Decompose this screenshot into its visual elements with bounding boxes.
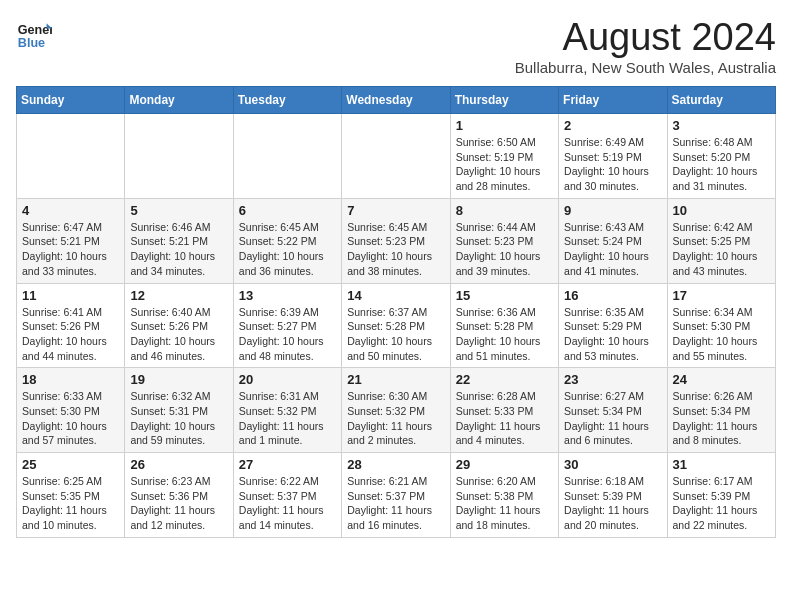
day-info: Sunrise: 6:23 AM Sunset: 5:36 PM Dayligh…: [130, 474, 227, 533]
calendar-cell: 17Sunrise: 6:34 AM Sunset: 5:30 PM Dayli…: [667, 283, 775, 368]
calendar-cell: 14Sunrise: 6:37 AM Sunset: 5:28 PM Dayli…: [342, 283, 450, 368]
week-row-1: 1Sunrise: 6:50 AM Sunset: 5:19 PM Daylig…: [17, 114, 776, 199]
week-row-3: 11Sunrise: 6:41 AM Sunset: 5:26 PM Dayli…: [17, 283, 776, 368]
weekday-header-sunday: Sunday: [17, 87, 125, 114]
day-number: 12: [130, 288, 227, 303]
weekday-header-row: SundayMondayTuesdayWednesdayThursdayFrid…: [17, 87, 776, 114]
day-number: 29: [456, 457, 553, 472]
calendar-cell: 28Sunrise: 6:21 AM Sunset: 5:37 PM Dayli…: [342, 453, 450, 538]
day-number: 16: [564, 288, 661, 303]
day-number: 2: [564, 118, 661, 133]
calendar-cell: 1Sunrise: 6:50 AM Sunset: 5:19 PM Daylig…: [450, 114, 558, 199]
calendar-subtitle: Bullaburra, New South Wales, Australia: [515, 59, 776, 76]
day-number: 26: [130, 457, 227, 472]
day-number: 20: [239, 372, 336, 387]
day-number: 28: [347, 457, 444, 472]
day-info: Sunrise: 6:20 AM Sunset: 5:38 PM Dayligh…: [456, 474, 553, 533]
day-info: Sunrise: 6:35 AM Sunset: 5:29 PM Dayligh…: [564, 305, 661, 364]
day-info: Sunrise: 6:26 AM Sunset: 5:34 PM Dayligh…: [673, 389, 770, 448]
weekday-header-friday: Friday: [559, 87, 667, 114]
calendar-cell: 7Sunrise: 6:45 AM Sunset: 5:23 PM Daylig…: [342, 198, 450, 283]
calendar-cell: 21Sunrise: 6:30 AM Sunset: 5:32 PM Dayli…: [342, 368, 450, 453]
day-info: Sunrise: 6:48 AM Sunset: 5:20 PM Dayligh…: [673, 135, 770, 194]
weekday-header-tuesday: Tuesday: [233, 87, 341, 114]
day-info: Sunrise: 6:18 AM Sunset: 5:39 PM Dayligh…: [564, 474, 661, 533]
logo: General Blue: [16, 16, 52, 52]
day-number: 8: [456, 203, 553, 218]
day-info: Sunrise: 6:41 AM Sunset: 5:26 PM Dayligh…: [22, 305, 119, 364]
day-info: Sunrise: 6:39 AM Sunset: 5:27 PM Dayligh…: [239, 305, 336, 364]
day-info: Sunrise: 6:44 AM Sunset: 5:23 PM Dayligh…: [456, 220, 553, 279]
calendar-cell: 9Sunrise: 6:43 AM Sunset: 5:24 PM Daylig…: [559, 198, 667, 283]
calendar-cell: 5Sunrise: 6:46 AM Sunset: 5:21 PM Daylig…: [125, 198, 233, 283]
day-info: Sunrise: 6:33 AM Sunset: 5:30 PM Dayligh…: [22, 389, 119, 448]
calendar-cell: [342, 114, 450, 199]
day-info: Sunrise: 6:17 AM Sunset: 5:39 PM Dayligh…: [673, 474, 770, 533]
week-row-2: 4Sunrise: 6:47 AM Sunset: 5:21 PM Daylig…: [17, 198, 776, 283]
calendar-cell: 8Sunrise: 6:44 AM Sunset: 5:23 PM Daylig…: [450, 198, 558, 283]
day-number: 10: [673, 203, 770, 218]
day-number: 18: [22, 372, 119, 387]
calendar-cell: 19Sunrise: 6:32 AM Sunset: 5:31 PM Dayli…: [125, 368, 233, 453]
calendar-cell: 31Sunrise: 6:17 AM Sunset: 5:39 PM Dayli…: [667, 453, 775, 538]
day-number: 7: [347, 203, 444, 218]
day-info: Sunrise: 6:43 AM Sunset: 5:24 PM Dayligh…: [564, 220, 661, 279]
day-number: 4: [22, 203, 119, 218]
calendar-cell: [17, 114, 125, 199]
day-info: Sunrise: 6:40 AM Sunset: 5:26 PM Dayligh…: [130, 305, 227, 364]
day-number: 6: [239, 203, 336, 218]
day-info: Sunrise: 6:45 AM Sunset: 5:23 PM Dayligh…: [347, 220, 444, 279]
day-info: Sunrise: 6:28 AM Sunset: 5:33 PM Dayligh…: [456, 389, 553, 448]
calendar-cell: 13Sunrise: 6:39 AM Sunset: 5:27 PM Dayli…: [233, 283, 341, 368]
calendar-cell: 12Sunrise: 6:40 AM Sunset: 5:26 PM Dayli…: [125, 283, 233, 368]
day-info: Sunrise: 6:36 AM Sunset: 5:28 PM Dayligh…: [456, 305, 553, 364]
calendar-cell: 29Sunrise: 6:20 AM Sunset: 5:38 PM Dayli…: [450, 453, 558, 538]
day-number: 25: [22, 457, 119, 472]
calendar-cell: [125, 114, 233, 199]
week-row-4: 18Sunrise: 6:33 AM Sunset: 5:30 PM Dayli…: [17, 368, 776, 453]
calendar-cell: 23Sunrise: 6:27 AM Sunset: 5:34 PM Dayli…: [559, 368, 667, 453]
day-info: Sunrise: 6:45 AM Sunset: 5:22 PM Dayligh…: [239, 220, 336, 279]
calendar-cell: 10Sunrise: 6:42 AM Sunset: 5:25 PM Dayli…: [667, 198, 775, 283]
day-info: Sunrise: 6:34 AM Sunset: 5:30 PM Dayligh…: [673, 305, 770, 364]
day-number: 21: [347, 372, 444, 387]
day-info: Sunrise: 6:22 AM Sunset: 5:37 PM Dayligh…: [239, 474, 336, 533]
svg-text:Blue: Blue: [18, 36, 45, 50]
calendar-cell: 11Sunrise: 6:41 AM Sunset: 5:26 PM Dayli…: [17, 283, 125, 368]
calendar-cell: 18Sunrise: 6:33 AM Sunset: 5:30 PM Dayli…: [17, 368, 125, 453]
weekday-header-monday: Monday: [125, 87, 233, 114]
weekday-header-wednesday: Wednesday: [342, 87, 450, 114]
calendar-cell: 16Sunrise: 6:35 AM Sunset: 5:29 PM Dayli…: [559, 283, 667, 368]
day-info: Sunrise: 6:25 AM Sunset: 5:35 PM Dayligh…: [22, 474, 119, 533]
day-info: Sunrise: 6:46 AM Sunset: 5:21 PM Dayligh…: [130, 220, 227, 279]
day-number: 5: [130, 203, 227, 218]
calendar-cell: 3Sunrise: 6:48 AM Sunset: 5:20 PM Daylig…: [667, 114, 775, 199]
day-info: Sunrise: 6:32 AM Sunset: 5:31 PM Dayligh…: [130, 389, 227, 448]
calendar-cell: 24Sunrise: 6:26 AM Sunset: 5:34 PM Dayli…: [667, 368, 775, 453]
day-number: 14: [347, 288, 444, 303]
day-number: 17: [673, 288, 770, 303]
calendar-title: August 2024: [515, 16, 776, 59]
calendar-cell: [233, 114, 341, 199]
calendar-cell: 4Sunrise: 6:47 AM Sunset: 5:21 PM Daylig…: [17, 198, 125, 283]
calendar-cell: 20Sunrise: 6:31 AM Sunset: 5:32 PM Dayli…: [233, 368, 341, 453]
day-number: 11: [22, 288, 119, 303]
day-info: Sunrise: 6:47 AM Sunset: 5:21 PM Dayligh…: [22, 220, 119, 279]
day-number: 24: [673, 372, 770, 387]
day-number: 31: [673, 457, 770, 472]
day-number: 19: [130, 372, 227, 387]
calendar-cell: 22Sunrise: 6:28 AM Sunset: 5:33 PM Dayli…: [450, 368, 558, 453]
day-number: 9: [564, 203, 661, 218]
page-header: General Blue August 2024 Bullaburra, New…: [16, 16, 776, 76]
day-number: 15: [456, 288, 553, 303]
title-area: August 2024 Bullaburra, New South Wales,…: [515, 16, 776, 76]
calendar-cell: 27Sunrise: 6:22 AM Sunset: 5:37 PM Dayli…: [233, 453, 341, 538]
calendar-cell: 15Sunrise: 6:36 AM Sunset: 5:28 PM Dayli…: [450, 283, 558, 368]
day-number: 27: [239, 457, 336, 472]
day-info: Sunrise: 6:49 AM Sunset: 5:19 PM Dayligh…: [564, 135, 661, 194]
day-number: 1: [456, 118, 553, 133]
day-number: 22: [456, 372, 553, 387]
logo-icon: General Blue: [16, 16, 52, 52]
day-info: Sunrise: 6:27 AM Sunset: 5:34 PM Dayligh…: [564, 389, 661, 448]
day-number: 3: [673, 118, 770, 133]
